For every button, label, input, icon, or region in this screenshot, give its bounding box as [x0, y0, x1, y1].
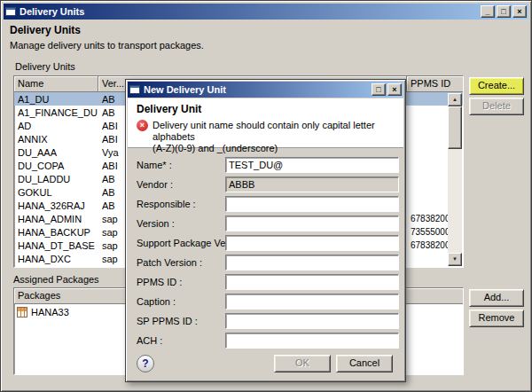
dialog-field-row: SP PPMS ID :: [128, 311, 403, 331]
window-title: Delivery Units: [20, 6, 479, 17]
dialog-field-label: PPMS ID :: [137, 277, 225, 287]
dialog-field-row: PPMS ID :: [128, 272, 403, 292]
dialog-field-label: SP PPMS ID :: [137, 316, 225, 326]
dialog-field-label: Name* :: [137, 160, 225, 170]
dialog-field-row: Responsible :: [128, 194, 403, 214]
dialog-field-label: Vendor :: [137, 179, 225, 190]
window-icon[interactable]: [5, 7, 16, 16]
delivery-units-section-label: Delivery Units: [15, 61, 75, 72]
dialog-field-input[interactable]: [225, 157, 399, 173]
dialog-field-input[interactable]: [225, 274, 399, 290]
dialog-heading: Delivery Unit: [137, 103, 395, 115]
dialog-field-label: ACH :: [137, 335, 225, 346]
dialog-fields: Name* :Vendor :Responsible :Version :Sup…: [128, 148, 403, 350]
du-name-cell: ANNIX: [14, 134, 98, 145]
scroll-down-icon[interactable]: ▼: [448, 253, 462, 266]
dialog-field-row: Name* :: [128, 155, 403, 175]
dialog-field-row: Support Package Version :: [128, 233, 403, 253]
du-name-cell: HANA_DXC: [14, 254, 98, 264]
page-subtitle: Manage delivery units to transport packa…: [10, 40, 204, 51]
du-name-cell: DU_AAA: [14, 147, 98, 158]
dialog-field-label: Support Package Version :: [137, 238, 225, 248]
close-icon[interactable]: ×: [512, 5, 527, 18]
dialog-field-input[interactable]: [225, 176, 399, 192]
dialog-field-row: ACH :: [128, 331, 403, 350]
dialog-titlebar[interactable]: New Delivery Unit □ ×: [128, 82, 403, 98]
dialog-field-row: Caption :: [128, 292, 403, 311]
column-header-name[interactable]: Name: [14, 76, 98, 92]
help-icon[interactable]: ?: [137, 355, 154, 372]
du-name-cell: A1_FINANCE_DU: [14, 107, 98, 118]
dialog-field-input[interactable]: [225, 333, 399, 349]
du-name-cell: HANA_ADMIN: [14, 214, 98, 224]
new-delivery-unit-dialog: New Delivery Unit □ × Delivery Unit × De…: [125, 79, 406, 382]
du-name-cell: DU_LADDU: [14, 174, 98, 184]
remove-button[interactable]: Remove: [469, 310, 524, 327]
window-titlebar[interactable]: Delivery Units _ □ ×: [4, 4, 528, 20]
dialog-field-label: Patch Version :: [137, 257, 225, 268]
column-header-ppms-id[interactable]: PPMS ID: [407, 76, 463, 92]
maximize-icon[interactable]: □: [497, 5, 511, 18]
dialog-field-input[interactable]: [225, 216, 399, 231]
assigned-packages-label: Assigned Packages: [13, 274, 99, 285]
dialog-title: New Delivery Unit: [144, 84, 370, 95]
error-icon: ×: [137, 120, 148, 131]
dialog-body: Name* :Vendor :Responsible :Version :Sup…: [128, 148, 403, 380]
du-table-scrollbar[interactable]: ▲ ▼: [448, 93, 462, 266]
dialog-field-row: Version :: [128, 214, 403, 233]
ok-button[interactable]: OK: [274, 355, 331, 372]
dialog-field-input[interactable]: [225, 255, 399, 270]
du-name-cell: GOKUL: [14, 187, 98, 198]
du-name-cell: AD: [14, 121, 98, 131]
du-name-cell: HANA_BACKUP: [14, 227, 98, 238]
dialog-field-input[interactable]: [225, 294, 399, 310]
dialog-header: Delivery Unit × Delivery unit name shoul…: [128, 98, 403, 148]
add-button[interactable]: Add...: [469, 289, 524, 307]
package-name: HANA33: [31, 307, 69, 318]
du-name-cell: HANA_DT_BASE: [14, 240, 98, 251]
delivery-units-window: Delivery Units _ □ × Delivery Units Mana…: [0, 0, 532, 392]
page-title: Delivery Units: [10, 24, 81, 36]
create-button[interactable]: Create...: [469, 77, 524, 95]
dialog-maximize-icon[interactable]: □: [372, 83, 386, 96]
dialog-field-input[interactable]: [225, 235, 399, 251]
error-text-line1: Delivery unit name should contain only c…: [153, 120, 375, 142]
dialog-field-input[interactable]: [225, 313, 399, 329]
du-name-cell: DU_COPA: [14, 161, 98, 171]
dialog-close-icon[interactable]: ×: [387, 83, 402, 96]
cancel-button[interactable]: Cancel: [336, 355, 393, 372]
scrollbar-thumb[interactable]: [448, 106, 462, 149]
dialog-field-label: Caption :: [137, 296, 225, 307]
delete-button[interactable]: Delete: [469, 98, 524, 115]
scroll-up-icon[interactable]: ▲: [448, 93, 462, 106]
dialog-field-input[interactable]: [225, 196, 399, 212]
dialog-field-label: Responsible :: [137, 199, 225, 209]
window-controls: _ □ ×: [479, 5, 527, 18]
dialog-icon: [129, 85, 140, 94]
package-icon: [17, 307, 27, 318]
dialog-field-label: Version :: [137, 218, 225, 229]
dialog-field-row: Patch Version :: [128, 253, 403, 272]
du-name-cell: A1_DU: [14, 94, 98, 105]
du-name-cell: HANA_326RAJ: [14, 200, 98, 211]
dialog-field-row: Vendor :: [128, 175, 403, 194]
dialog-controls: □ ×: [370, 83, 402, 96]
minimize-icon[interactable]: _: [481, 5, 495, 18]
